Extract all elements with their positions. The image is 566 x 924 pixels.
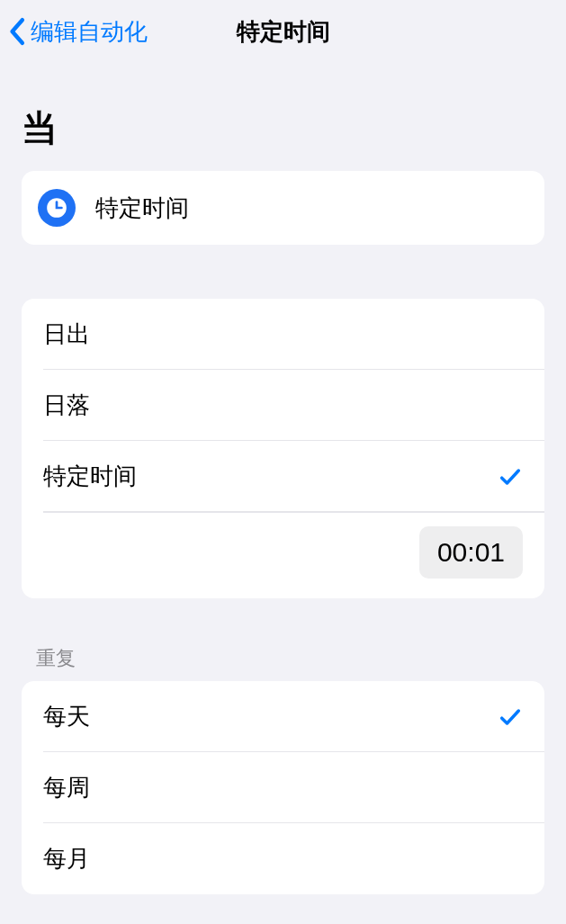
option-sunrise[interactable]: 日出	[22, 299, 544, 370]
checkmark-icon	[498, 464, 523, 489]
time-options-card: 日出 日落 特定时间 00:01	[22, 299, 544, 598]
trigger-label: 特定时间	[95, 193, 189, 224]
page-title: 特定时间	[237, 16, 330, 48]
repeat-daily[interactable]: 每天	[22, 681, 544, 752]
option-specific-time-label: 特定时间	[43, 461, 137, 492]
option-sunset[interactable]: 日落	[22, 370, 544, 441]
option-specific-time[interactable]: 特定时间	[22, 441, 544, 512]
repeat-weekly[interactable]: 每周	[22, 752, 544, 823]
repeat-weekly-label: 每周	[43, 772, 90, 803]
trigger-row[interactable]: 特定时间	[22, 171, 544, 245]
trigger-card: 特定时间	[22, 171, 544, 245]
checkmark-icon	[498, 704, 523, 730]
repeat-monthly[interactable]: 每月	[22, 823, 544, 894]
time-picker[interactable]: 00:01	[419, 526, 523, 579]
clock-icon	[38, 189, 76, 227]
back-label: 编辑自动化	[31, 16, 148, 48]
repeat-monthly-label: 每月	[43, 843, 90, 875]
navbar: 编辑自动化 特定时间	[0, 0, 566, 63]
time-value-row: 00:01	[22, 512, 544, 598]
repeat-card: 每天 每周 每月	[22, 681, 544, 894]
back-button[interactable]: 编辑自动化	[9, 16, 148, 48]
option-sunrise-label: 日出	[43, 318, 90, 350]
repeat-daily-label: 每天	[43, 701, 90, 732]
repeat-header: 重复	[0, 598, 566, 681]
option-sunset-label: 日落	[43, 390, 90, 421]
section-when-title: 当	[0, 63, 566, 171]
chevron-left-icon	[9, 17, 27, 46]
